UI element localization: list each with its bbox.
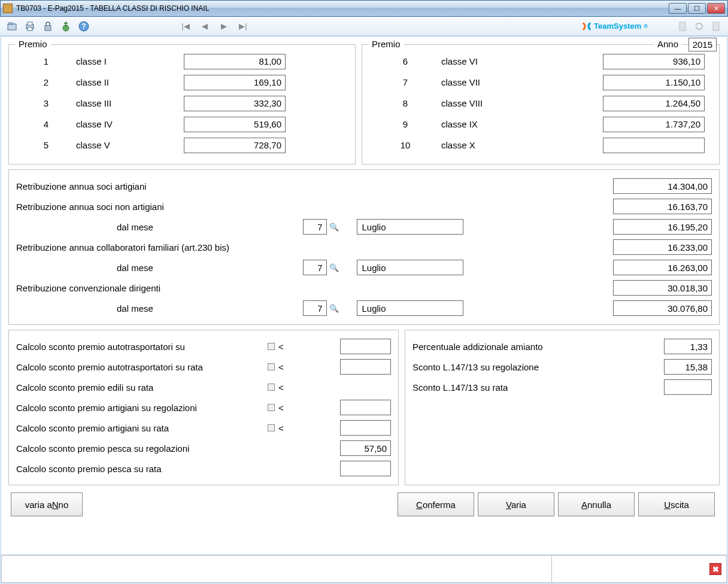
annulla-button[interactable]: Annulla [558, 492, 635, 516]
sconto-checkbox[interactable] [268, 363, 275, 370]
lt-symbol: < [278, 403, 284, 413]
class-num: 8 [369, 98, 441, 108]
svg-rect-10 [713, 22, 719, 31]
app-window: TB0703 - E-Pag2015 - TABELLA CLASSI DI R… [0, 0, 728, 584]
retribuzione-group: Retribuzione annua soci artigiani Retrib… [8, 169, 720, 325]
class-num: 10 [369, 140, 441, 150]
premio-right-group: Premio Anno 2015 6 classe VI 7 classe VI… [362, 44, 720, 165]
open-icon[interactable] [5, 19, 19, 34]
retrib-label: dal mese [16, 222, 267, 232]
export-icon[interactable] [59, 19, 73, 34]
button-bar: varia aNno Conferma Varia Annulla Uscita [8, 490, 720, 516]
help-icon[interactable]: ? [77, 19, 91, 34]
first-icon[interactable]: |◀ [178, 19, 193, 34]
month-name-input[interactable] [357, 260, 463, 275]
retrib-value-input[interactable] [613, 219, 712, 235]
class-value-input[interactable] [603, 117, 705, 132]
sconto-value-input[interactable] [340, 420, 391, 436]
last-icon[interactable]: ▶| [236, 19, 250, 34]
conferma-button[interactable]: Conferma [398, 492, 474, 516]
class-label: classe I [76, 56, 184, 66]
class-value-input[interactable] [184, 117, 286, 132]
uscita-button[interactable]: Uscita [638, 492, 715, 516]
print-icon[interactable] [23, 19, 37, 34]
sconto-value-input[interactable] [340, 440, 391, 456]
sconto-value-input[interactable] [664, 339, 712, 354]
lookup-icon[interactable]: 🔍 [329, 263, 339, 272]
lock-icon[interactable] [41, 19, 55, 34]
app-icon [3, 4, 13, 13]
class-label: classe VII [441, 77, 603, 87]
class-num: 7 [369, 77, 441, 87]
titlebar: TB0703 - E-Pag2015 - TABELLA CLASSI DI R… [0, 0, 728, 17]
svg-rect-4 [28, 28, 32, 31]
file-icon[interactable] [709, 19, 723, 34]
content-area: Premio 1 classe I 2 classe II 3 classe I… [1, 37, 727, 554]
next-icon[interactable]: ▶ [217, 19, 231, 34]
month-number-input[interactable] [303, 260, 327, 275]
month-number-input[interactable] [303, 300, 327, 316]
sconto-value-input[interactable] [664, 359, 712, 375]
class-value-input[interactable] [603, 96, 705, 111]
varia-anno-button[interactable]: varia aNno [11, 492, 83, 516]
class-value-input[interactable] [184, 75, 286, 90]
lookup-icon[interactable]: 🔍 [329, 303, 339, 313]
lt-symbol: < [278, 423, 284, 433]
class-value-input[interactable] [184, 54, 286, 69]
sconto-checkbox[interactable] [268, 343, 275, 350]
svg-rect-5 [45, 26, 51, 31]
retrib-value-input[interactable] [613, 280, 712, 296]
class-value-input[interactable] [603, 54, 705, 69]
lt-symbol: < [278, 342, 284, 352]
minimize-button[interactable]: — [669, 3, 687, 14]
month-name-input[interactable] [357, 219, 463, 235]
retrib-value-input[interactable] [613, 199, 712, 214]
sconto-value-input[interactable] [340, 400, 391, 415]
sconto-value-input[interactable] [664, 379, 712, 395]
anno-value[interactable]: 2015 [688, 38, 717, 51]
class-label: classe III [76, 98, 184, 108]
sconti-right-group: Percentuale addizionale amianto Sconto L… [405, 330, 720, 485]
retrib-value-input[interactable] [613, 239, 712, 255]
retrib-label: dal mese [16, 303, 267, 314]
close-button[interactable]: ✕ [707, 3, 725, 14]
doc-icon[interactable] [675, 19, 690, 34]
retrib-label: Retribuzione annua soci artigiani [16, 181, 613, 191]
class-value-input[interactable] [603, 75, 705, 90]
error-icon[interactable]: ✖ [709, 563, 721, 575]
class-value-input[interactable] [184, 138, 286, 153]
sconto-value-input[interactable] [340, 461, 391, 476]
retrib-value-input[interactable] [613, 178, 712, 194]
month-number-input[interactable] [303, 219, 327, 235]
maximize-button[interactable]: ☐ [688, 3, 706, 14]
lookup-icon[interactable]: 🔍 [329, 222, 339, 232]
sconto-checkbox[interactable] [268, 384, 275, 391]
redo-icon[interactable] [692, 19, 706, 34]
brand-logo: TeamSystem® [582, 22, 648, 31]
month-name-input[interactable] [357, 300, 463, 316]
sconto-value-input[interactable] [340, 359, 391, 375]
class-num: 5 [16, 140, 76, 150]
prev-icon[interactable]: ◀ [198, 19, 212, 34]
sconto-label: Calcolo sconto premio artigiani su regol… [16, 403, 268, 413]
class-num: 1 [16, 56, 76, 66]
svg-text:?: ? [81, 22, 86, 31]
varia-button[interactable]: Varia [478, 492, 554, 516]
class-label: classe VIII [441, 98, 603, 108]
class-label: classe IX [441, 119, 603, 129]
class-label: classe X [441, 140, 603, 150]
retrib-value-input[interactable] [613, 300, 712, 316]
sconto-value-input[interactable] [340, 339, 391, 354]
premio-legend-right: Premio [368, 39, 404, 49]
class-value-input[interactable] [603, 138, 705, 153]
retrib-value-input[interactable] [613, 260, 712, 275]
sconto-checkbox[interactable] [268, 404, 275, 411]
class-value-input[interactable] [184, 96, 286, 111]
retrib-label: Retribuzione annua soci non artigiani [16, 202, 613, 212]
sconto-checkbox[interactable] [268, 424, 275, 431]
svg-rect-9 [680, 22, 685, 31]
class-num: 4 [16, 119, 76, 129]
statusbar: ✖ [1, 555, 727, 583]
sconto-label: Sconto L.147/13 su rata [412, 382, 628, 393]
class-num: 2 [16, 77, 76, 87]
